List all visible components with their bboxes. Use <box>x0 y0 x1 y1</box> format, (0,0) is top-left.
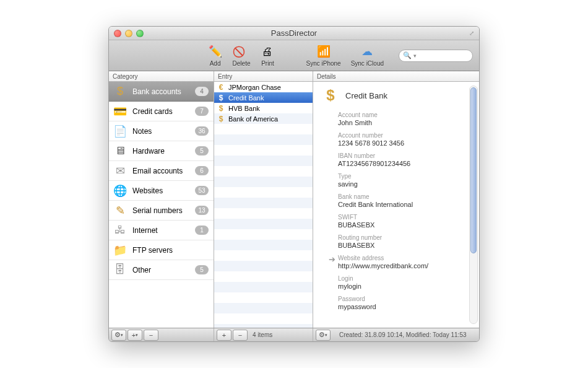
entry-label: HVB Bank <box>228 105 260 112</box>
category-count-badge: 13 <box>195 206 209 215</box>
field-value[interactable]: http://www.mycreditbank.com/ <box>338 262 428 269</box>
tools-icon: ✎ <box>113 203 128 218</box>
category-label: Websites <box>132 186 190 195</box>
entry-row[interactable]: $Credit Bank <box>214 92 313 103</box>
category-label: Serial numbers <box>132 206 190 215</box>
category-row[interactable]: 🖧Internet1 <box>109 221 214 240</box>
card-icon: 💳 <box>113 104 128 119</box>
entry-remove-button[interactable]: − <box>233 330 248 341</box>
details-column: Details $ Credit Bank Account nameJohn S… <box>313 71 479 328</box>
field-value: AT12345678901234456 <box>338 160 470 167</box>
field-label: Type <box>338 173 470 180</box>
footer: ⚙▾ +▾ − + − 4 items ⚙▾ Created: 31.8.09 … <box>109 328 479 341</box>
print-button[interactable]: 🖨 Print <box>256 44 279 67</box>
entry-label: Credit Bank <box>228 94 264 102</box>
entry-count: 4 items <box>249 331 272 338</box>
category-label: Other <box>132 266 190 274</box>
category-remove-button[interactable]: − <box>144 330 158 341</box>
no-entry-icon: ⃠ <box>234 44 249 59</box>
entry-row[interactable]: $HVB Bank <box>214 103 313 113</box>
mail-icon: ✉ <box>113 164 128 178</box>
category-row[interactable]: $Bank accounts4 <box>109 82 214 102</box>
field-label: Website address <box>338 255 428 261</box>
category-row[interactable]: 🗄Other5 <box>109 260 214 280</box>
dollar-icon: $ <box>322 87 339 104</box>
field-label: Bank name <box>338 193 470 200</box>
currency-icon: € <box>217 83 225 92</box>
wifi-icon: 📶 <box>316 44 331 59</box>
category-row[interactable]: ✉Email accounts6 <box>109 161 214 181</box>
entry-label: Bank of America <box>228 115 278 123</box>
category-label: Hardware <box>132 147 190 156</box>
entry-row[interactable]: $Bank of America <box>214 113 313 124</box>
category-count-badge: 7 <box>195 107 209 116</box>
details-gear-button[interactable]: ⚙▾ <box>316 330 331 341</box>
category-label: Credit cards <box>132 107 190 116</box>
search-box[interactable]: 🔍▾ <box>399 50 473 62</box>
entry-label: JPMorgan Chase <box>228 84 281 91</box>
category-row[interactable]: ✎Serial numbers13 <box>109 201 214 221</box>
pencil-icon: ✏️ <box>208 44 223 59</box>
category-row[interactable]: 🌐Websites53 <box>109 181 214 201</box>
category-row[interactable]: 💳Credit cards7 <box>109 102 214 121</box>
field-label: Account name <box>338 112 470 118</box>
category-label: FTP servers <box>132 246 209 255</box>
category-label: Internet <box>132 226 190 235</box>
field-label: IBAN number <box>338 152 470 159</box>
category-label: Email accounts <box>132 167 190 175</box>
search-input[interactable] <box>418 52 469 59</box>
ftp-icon: 📁 <box>113 243 128 258</box>
category-gear-button[interactable]: ⚙▾ <box>111 330 126 341</box>
link-arrow-icon[interactable]: ➔ <box>328 255 335 264</box>
scrollbar-thumb[interactable] <box>470 87 477 253</box>
details-title: Credit Bank <box>345 91 387 100</box>
app-window: PassDirector ⤢ ✏️ Add ⃠ Delete 🖨 Print 📶… <box>108 26 480 342</box>
search-icon: 🔍 <box>403 51 412 59</box>
add-button[interactable]: ✏️ Add <box>204 44 227 67</box>
category-count-badge: 36 <box>195 126 209 136</box>
field-value: saving <box>338 180 470 188</box>
category-label: Bank accounts <box>132 87 190 96</box>
field-value: BUBASEBX <box>338 221 470 229</box>
scrollbar[interactable] <box>469 85 478 324</box>
titlebar: PassDirector ⤢ <box>109 27 479 40</box>
field-label: Login <box>338 275 470 282</box>
category-add-button[interactable]: +▾ <box>128 330 142 341</box>
delete-button[interactable]: ⃠ Delete <box>229 44 254 67</box>
entry-row[interactable]: €JPMorgan Chase <box>214 82 313 92</box>
database-icon: 🗄 <box>113 263 128 278</box>
category-count-badge: 5 <box>195 146 209 156</box>
field-value: John Smith <box>338 119 470 126</box>
currency-icon: $ <box>217 104 225 113</box>
field-label: Routing number <box>338 234 470 241</box>
field-value: mylogin <box>338 283 470 290</box>
router-icon: 🖧 <box>113 223 128 238</box>
category-count-badge: 4 <box>195 87 209 96</box>
category-row[interactable]: 📄Notes36 <box>109 121 214 141</box>
globe-icon: 🌐 <box>113 183 128 198</box>
category-count-badge: 6 <box>195 166 209 175</box>
entry-add-button[interactable]: + <box>217 330 231 341</box>
field-value: 1234 5678 9012 3456 <box>338 139 470 147</box>
field-label: Password <box>338 296 470 302</box>
cloud-icon: ☁ <box>360 44 374 59</box>
category-column: Category $Bank accounts4💳Credit cards7📄N… <box>109 71 214 328</box>
dollar-icon: $ <box>113 84 128 99</box>
category-label: Notes <box>132 127 190 136</box>
printer-icon: 🖨 <box>260 44 275 59</box>
toolbar: ✏️ Add ⃠ Delete 🖨 Print 📶 Sync iPhone ☁ … <box>109 40 479 71</box>
category-row[interactable]: 📁FTP servers <box>109 240 214 260</box>
field-value: mypassword <box>338 303 470 310</box>
sync-icloud-button[interactable]: ☁ Sync iCloud <box>347 44 387 67</box>
entry-header: Entry <box>214 71 313 82</box>
field-label: Account number <box>338 132 470 139</box>
category-count-badge: 53 <box>195 186 209 195</box>
entry-column: Entry €JPMorgan Chase$Credit Bank$HVB Ba… <box>214 71 313 328</box>
monitor-icon: 🖥 <box>113 144 128 159</box>
field-label: SWIFT <box>338 214 470 221</box>
category-row[interactable]: 🖥Hardware5 <box>109 141 214 161</box>
sync-iphone-button[interactable]: 📶 Sync iPhone <box>302 44 344 67</box>
window-title: PassDirector <box>109 28 479 38</box>
field-value: BUBASEBX <box>338 242 470 249</box>
category-count-badge: 5 <box>195 265 209 274</box>
